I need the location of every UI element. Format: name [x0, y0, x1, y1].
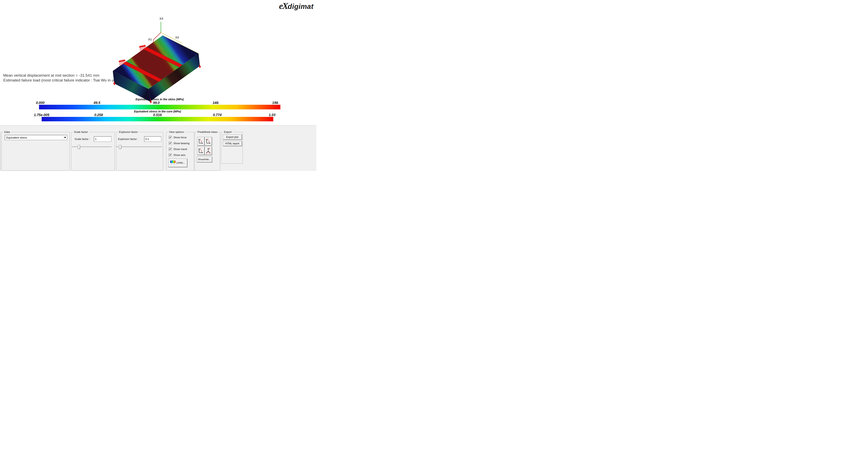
slider-end-nub [72, 146, 73, 147]
show-bearing-checkbox[interactable] [169, 142, 172, 145]
export-plot-button[interactable]: Export plot [223, 135, 242, 140]
limits-button[interactable]: ↑↑ Limits... [168, 158, 187, 167]
panel-left-edge [0, 132, 1, 170]
result-failure-load-text: Estimated failure load (most critical fa… [3, 78, 153, 83]
view-options-group: View options Show force Show bearing Sho… [166, 132, 194, 171]
export-group: Export Export plot HTML report [221, 132, 243, 164]
show-axis-checkbox[interactable] [169, 153, 172, 156]
scale-factor-group-label: Scale factor [73, 130, 89, 134]
isometric-axes-icon: 3 1 2 [206, 147, 211, 154]
axis-label-x3: X3 [159, 17, 163, 20]
svg-text:2: 2 [201, 141, 202, 143]
load-strip [123, 47, 182, 82]
colorbar-core-tick: 0.516 [153, 113, 162, 117]
axis-label-x1: X1 [148, 38, 152, 41]
html-report-button-label: HTML report [225, 142, 239, 145]
colorbar-skins-tick: 0.000 [36, 101, 45, 105]
colorbar-core: Equivalent stress in the core (MPa) 1.75… [42, 110, 273, 121]
colormap-limits-icon: ↑↑ [170, 160, 176, 165]
result-displacement-text: Mean vertical displacement at mid sectio… [3, 73, 99, 78]
svg-text:1: 1 [206, 152, 208, 154]
colorbar-skins-tick: 148. [213, 101, 219, 105]
svg-text:2: 2 [201, 150, 202, 152]
sandwich-plate-model [113, 35, 200, 101]
logo-monogram: eX [279, 1, 288, 11]
view-x3x1-button[interactable]: 3 1 [205, 137, 212, 145]
scale-slider-thumb[interactable] [78, 145, 80, 149]
colorbar-core-gradient [42, 117, 273, 121]
colorbar-skins-title: Equivalent stress in the skins (MPa) [39, 98, 280, 101]
colorbar-skins-tick: 99.0 [153, 101, 160, 105]
colorbar-core-title: Equivalent stress in the core (MPa) [42, 110, 273, 113]
view-x3x2-button[interactable]: 3 2 [197, 146, 205, 155]
colorbar-core-tick: 1.75e-005 [34, 113, 50, 117]
view-isometric-button[interactable]: 3 1 2 [205, 146, 212, 155]
colorbar-skins-gradient [39, 105, 280, 110]
digimat-logo: eXdigimat [279, 1, 313, 11]
axes-view-icon: 1 2 [198, 138, 204, 144]
app-window: eXdigimat Mean vertical displacement at … [0, 0, 316, 173]
control-panel: Data Equivalent stress Scale factor Scal… [0, 125, 316, 171]
show-mesh-checkbox[interactable] [169, 148, 172, 151]
show-force-label: Show force [174, 136, 187, 139]
data-field-value: Equivalent stress [5, 136, 63, 139]
bearing-arrows [114, 63, 200, 102]
view-options-group-label: View options [168, 130, 185, 134]
svg-text:1: 1 [209, 141, 210, 143]
axis-label-x2: X2 [175, 36, 179, 39]
scale-factor-input[interactable] [94, 136, 112, 142]
show-hide-button[interactable]: Show/hide... [197, 156, 212, 162]
show-mesh-label: Show mesh [174, 148, 187, 151]
show-force-checkbox[interactable] [169, 136, 172, 139]
slider-end-nub [117, 146, 118, 147]
explosion-slider-thumb[interactable] [119, 145, 121, 149]
colorbar-core-tick: 0.258 [94, 113, 103, 117]
show-axis-label: Show axis [174, 153, 185, 156]
view-x1x2-button[interactable]: 1 2 [197, 137, 205, 145]
data-group-label: Data [3, 130, 11, 134]
limits-button-label: Limits... [176, 161, 185, 164]
svg-text:3: 3 [209, 148, 210, 150]
scale-factor-field-label: Scale factor : [74, 138, 90, 141]
slider-track[interactable] [118, 147, 162, 147]
data-group: Data Equivalent stress [1, 132, 70, 171]
html-report-button[interactable]: HTML report [223, 141, 242, 146]
explosion-factor-group: Explosion factor Explosion factor : [116, 132, 163, 171]
scale-factor-slider[interactable] [73, 145, 112, 149]
predefined-views-group-label: Predefined views [196, 130, 218, 134]
explosion-factor-field-label: Explosion factor : [118, 138, 138, 141]
logo-name: digimat [288, 2, 313, 10]
colorbar-core-tick: 0.774 [213, 113, 221, 117]
axes-view-icon: 3 2 [198, 148, 204, 154]
colorbar-skins-tick: 198. [272, 101, 279, 105]
colorbar-core-tick: 1.03 [269, 113, 276, 117]
colorbar-skins-tick: 49.5 [94, 101, 100, 105]
colorbar-skins: Equivalent stress in the skins (MPa) 0.0… [39, 98, 280, 110]
show-hide-button-label: Show/hide... [198, 158, 211, 160]
axes-view-icon: 3 1 [206, 138, 211, 144]
dropdown-arrow-icon[interactable] [63, 135, 67, 140]
scale-factor-group: Scale factor Scale factor : [71, 132, 115, 171]
svg-text:2: 2 [210, 152, 211, 154]
export-plot-button-label: Export plot [226, 136, 238, 139]
explosion-factor-slider[interactable] [118, 145, 162, 149]
export-group-label: Export [223, 130, 232, 134]
explosion-factor-group-label: Explosion factor [118, 130, 139, 134]
explosion-factor-input[interactable] [144, 136, 161, 142]
predefined-views-group: Predefined views 1 2 3 1 [195, 132, 220, 171]
force-arrows [120, 46, 145, 65]
axis-triad: X3 X1 X2 [148, 17, 182, 43]
data-field-dropdown[interactable]: Equivalent stress [5, 135, 67, 140]
show-bearing-label: Show bearing [174, 142, 190, 145]
